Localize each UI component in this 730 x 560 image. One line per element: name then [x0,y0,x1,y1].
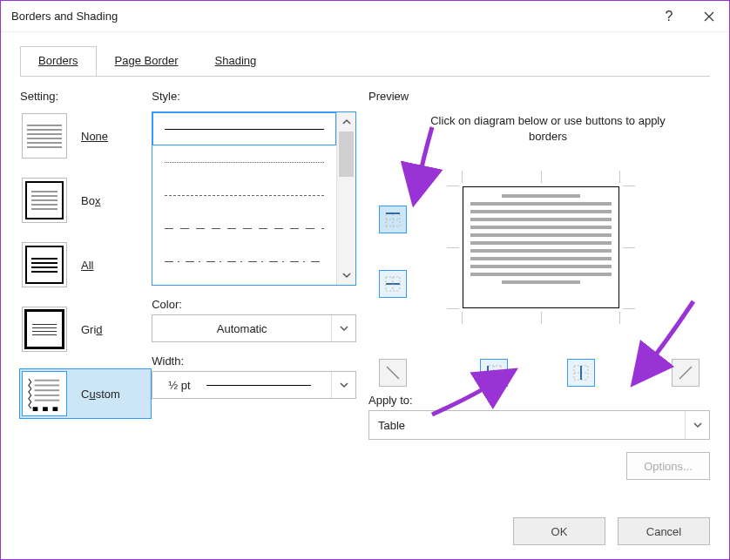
preview-area [368,152,710,378]
svg-rect-21 [487,366,489,380]
border-diag-down-icon [384,364,402,381]
setting-label: Setting: [20,90,152,103]
scroll-down-icon[interactable] [337,266,355,285]
scroll-thumb[interactable] [339,132,354,177]
svg-rect-7 [53,407,58,411]
style-panel: Style: Color: Automatic [152,86,368,480]
style-solid[interactable] [152,112,336,145]
close-button[interactable] [689,1,729,32]
border-top-icon [384,211,402,228]
border-vmid-button[interactable] [567,359,595,387]
setting-grid[interactable]: Grid [20,305,151,354]
setting-box[interactable]: Box [20,176,151,225]
style-list[interactable] [152,111,356,286]
svg-rect-5 [33,407,38,411]
none-icon [22,113,67,159]
border-diag-down-button[interactable] [379,359,407,387]
setting-all[interactable]: All [20,240,151,289]
style-dash-short[interactable] [152,179,336,212]
box-icon [22,178,67,223]
apply-to-button[interactable] [685,411,709,439]
width-combo-button[interactable] [331,372,355,398]
setting-custom[interactable]: Custom [20,369,151,418]
titlebar: Borders and Shading ? [1,1,729,32]
options-button: Options... [626,452,710,480]
style-scrollbar[interactable] [336,112,355,285]
setting-panel: Setting: None Box All [20,86,152,480]
preview-diagram[interactable] [463,186,619,308]
ok-button[interactable]: OK [513,517,605,545]
window-title: Borders and Shading [11,10,649,23]
width-combo[interactable]: ½ pt [152,371,356,399]
svg-line-20 [387,367,399,379]
chevron-down-icon [340,324,348,333]
border-vmid-icon [572,364,590,381]
width-value: ½ pt [168,379,190,392]
border-hmid-icon [384,275,402,293]
border-top-button[interactable] [379,206,407,233]
chevron-down-icon [693,421,702,429]
svg-line-33 [679,367,692,379]
preview-hint: Click on diagram below or use buttons to… [368,108,710,152]
border-diag-up-button[interactable] [672,359,700,387]
svg-rect-6 [43,407,48,411]
preview-panel: Preview Click on diagram below or use bu… [368,86,710,480]
tab-page-border[interactable]: Page Border [97,46,197,77]
svg-rect-8 [386,213,400,214]
border-left-button[interactable] [480,359,508,387]
cancel-button[interactable]: Cancel [618,517,710,545]
svg-rect-31 [580,366,582,380]
tab-shading[interactable]: Shading [197,46,275,77]
color-combo[interactable]: Automatic [152,314,356,342]
preview-label: Preview [368,90,710,103]
tabs: Borders Page Border Shading [1,32,729,77]
style-dash-long[interactable] [152,212,336,245]
tab-borders[interactable]: Borders [20,46,97,77]
apply-to-value: Table [369,419,685,432]
grid-icon [22,307,67,352]
dialog-footer: OK Cancel [513,517,710,545]
custom-icon [22,371,67,416]
color-combo-button[interactable] [331,315,355,341]
color-value: Automatic [152,322,331,335]
scroll-up-icon[interactable] [337,112,355,132]
border-diag-up-icon [677,364,694,381]
all-icon [22,242,67,287]
style-dotted[interactable] [152,145,336,179]
help-button[interactable]: ? [649,1,689,32]
style-dash-dot[interactable] [152,245,336,278]
borders-shading-dialog: Borders and Shading ? Borders Page Borde… [0,0,730,560]
chevron-down-icon [340,381,348,389]
border-hmid-button[interactable] [379,270,407,298]
close-icon [704,11,714,22]
setting-none[interactable]: None [20,111,151,160]
apply-to-combo[interactable]: Table [368,410,710,440]
border-left-icon [485,364,503,381]
